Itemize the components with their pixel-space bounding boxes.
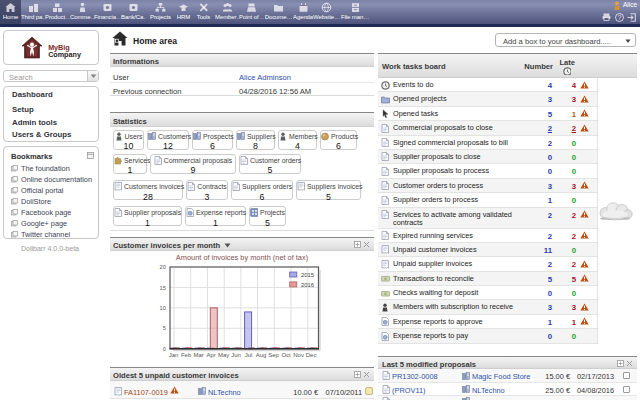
svg-text:Apr: Apr — [206, 352, 215, 358]
svg-text:10: 10 — [160, 305, 166, 311]
svg-text:2016: 2016 — [301, 282, 315, 288]
svg-text:Jul: Jul — [245, 352, 253, 358]
svg-text:Dec: Dec — [306, 352, 317, 358]
svg-text:Sep: Sep — [268, 352, 279, 358]
svg-text:Jan: Jan — [169, 352, 179, 358]
svg-text:Feb: Feb — [181, 352, 192, 358]
svg-text:15: 15 — [160, 285, 166, 291]
svg-text:2015: 2015 — [301, 272, 315, 278]
svg-text:0: 0 — [163, 346, 166, 352]
svg-text:Mar: Mar — [193, 352, 203, 358]
svg-text:5: 5 — [163, 325, 166, 331]
svg-text:20: 20 — [160, 264, 166, 270]
svg-text:Jun: Jun — [231, 352, 241, 358]
svg-text:Oct: Oct — [281, 352, 291, 358]
svg-text:Nov: Nov — [293, 352, 304, 358]
svg-text:Aug: Aug — [256, 352, 267, 358]
svg-text:May: May — [218, 352, 229, 358]
svg-text:?: ? — [618, 13, 622, 20]
